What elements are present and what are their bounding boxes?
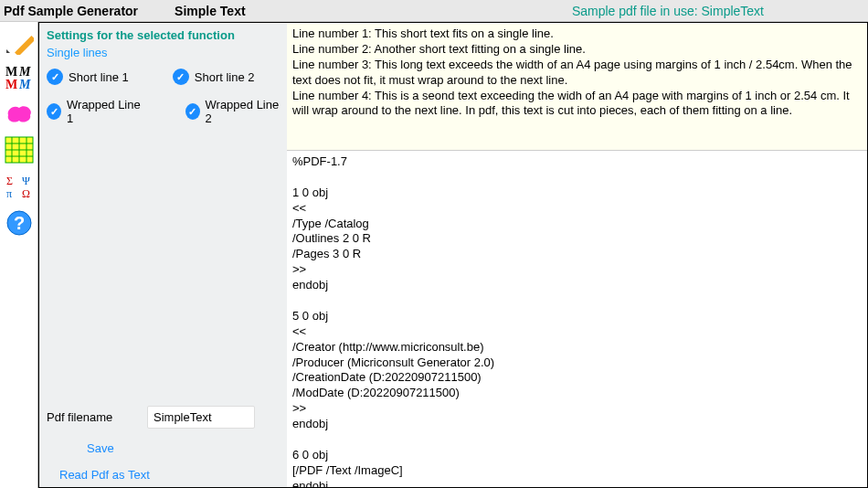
settings-subheader: Single lines [47,46,280,59]
top-bar: Pdf Sample Generator Simple Text Sample … [0,0,868,22]
svg-text:Ω: Ω [22,187,30,200]
pencil-icon[interactable] [3,24,36,57]
check-wrapped-line-1[interactable]: ✓ Wrapped Line 1 [47,98,142,125]
svg-text:M: M [5,78,17,90]
svg-marker-1 [6,49,10,53]
preview-line: Line number 3: This long text exceeds th… [292,58,862,89]
main-area: M M M M Σ Ψ π Ω ? [0,22,868,488]
content-frame: Settings for the selected function Singl… [38,22,868,488]
read-pdf-as-text-button[interactable]: Read Pdf as Text [59,468,280,482]
filename-row: Pdf filename [47,406,280,429]
svg-text:Σ: Σ [6,175,13,187]
raw-pdf-output: %PDF-1.7 1 0 obj << /Type /Catalog /Outl… [287,151,867,487]
filename-label: Pdf filename [47,410,129,424]
svg-text:π: π [6,187,12,200]
svg-rect-0 [15,36,34,55]
help-icon[interactable]: ? [3,207,36,239]
text-preview: Line number 1: This short text fits on a… [287,23,867,151]
check-circle-icon: ✓ [185,103,200,120]
check-row-1: ✓ Short line 1 ✓ Short line 2 [47,69,280,85]
check-circle-icon: ✓ [47,69,63,85]
svg-text:M: M [18,78,31,90]
preview-line: Line number 2: Another short text fittin… [292,42,862,58]
svg-text:M: M [18,65,31,79]
check-wrapped-line-2[interactable]: ✓ Wrapped Line 2 [185,98,281,125]
file-in-use-label: Sample pdf file in use: SimpleText [572,4,764,18]
filename-input[interactable] [147,406,255,429]
app-title: Pdf Sample Generator [4,4,138,18]
save-button[interactable]: Save [87,441,280,455]
mm-icon[interactable]: M M M M [3,60,36,93]
check-circle-icon: ✓ [47,103,61,120]
settings-panel: Settings for the selected function Singl… [39,23,287,487]
output-panel: Line number 1: This short text fits on a… [287,23,867,487]
page-subtitle: Simple Text [175,4,246,18]
check-label: Short line 2 [195,70,255,84]
grid-icon[interactable] [3,133,36,166]
check-label: Wrapped Line 1 [67,98,141,125]
svg-text:Ψ: Ψ [22,175,30,187]
check-row-2: ✓ Wrapped Line 1 ✓ Wrapped Line 2 [47,98,280,125]
blob-icon[interactable] [3,97,36,130]
check-short-line-2[interactable]: ✓ Short line 2 [173,69,255,85]
svg-text:?: ? [13,213,24,233]
check-short-line-1[interactable]: ✓ Short line 1 [47,69,129,85]
check-label: Short line 1 [69,70,129,84]
check-circle-icon: ✓ [173,69,189,85]
sidebar: M M M M Σ Ψ π Ω ? [0,22,38,488]
settings-header: Settings for the selected function [47,28,280,42]
check-label: Wrapped Line 2 [206,98,280,125]
svg-text:M: M [5,65,17,79]
preview-line: Line number 1: This short text fits on a… [292,27,862,42]
math-icon[interactable]: Σ Ψ π Ω [3,170,36,203]
preview-line: Line number 4: This is a seond text exce… [292,89,862,120]
